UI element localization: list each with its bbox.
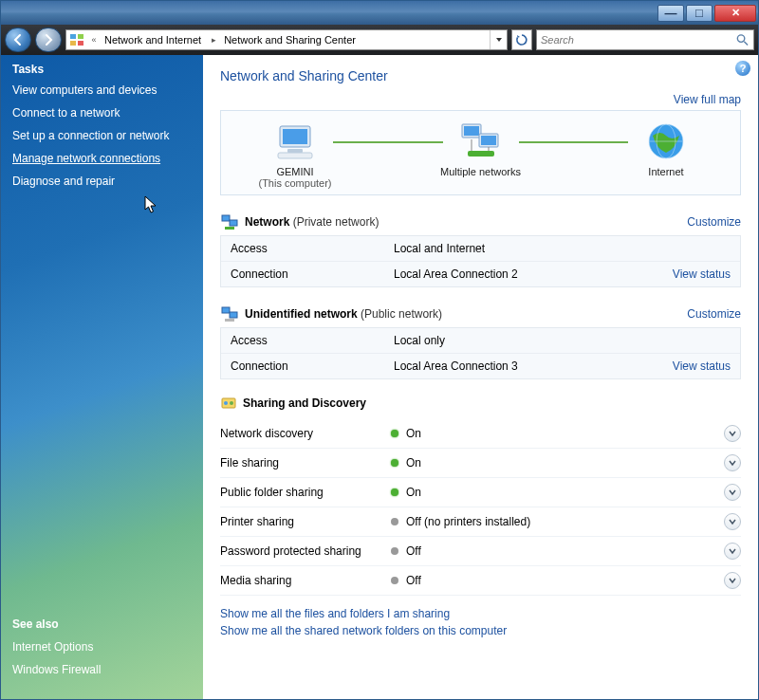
network-1-details: Access Local and Internet Connection Loc… — [220, 235, 741, 287]
breadcrumb-dropdown[interactable] — [490, 30, 507, 49]
svg-rect-11 — [464, 126, 479, 136]
breadcrumb-arrow-1[interactable]: ▸ — [207, 30, 220, 49]
main-panel: ? Network and Sharing Center View full m… — [203, 55, 758, 699]
chevron-down-icon — [729, 518, 736, 525]
back-button[interactable] — [5, 28, 31, 52]
svg-rect-7 — [283, 129, 307, 144]
sidebar-item-windows-firewall[interactable]: Windows Firewall — [12, 663, 192, 676]
sidebar-item-view-computers[interactable]: View computers and devices — [12, 83, 192, 97]
expand-button[interactable] — [724, 543, 741, 560]
expand-button[interactable] — [724, 484, 741, 501]
map-node-internet: Internet — [600, 120, 732, 189]
svg-point-28 — [224, 401, 228, 405]
show-my-shared-files-link[interactable]: Show me all the files and folders I am s… — [220, 607, 741, 620]
search-input[interactable] — [541, 34, 735, 46]
status-dot-icon — [391, 459, 398, 467]
svg-rect-9 — [278, 153, 312, 158]
forward-button[interactable] — [35, 28, 62, 52]
view-full-map-link[interactable]: View full map — [674, 93, 741, 106]
status-dot-icon — [391, 518, 398, 525]
map-link-2 — [519, 141, 629, 143]
sidebar-item-diagnose[interactable]: Diagnose and repair — [12, 175, 192, 188]
svg-rect-8 — [287, 149, 303, 153]
status-dot-icon — [391, 547, 398, 555]
sharing-icon — [220, 395, 237, 412]
svg-rect-3 — [78, 41, 83, 46]
expand-button[interactable] — [724, 513, 741, 530]
network-2-type: (Public network) — [358, 307, 442, 321]
chevron-down-icon — [729, 577, 736, 584]
chevron-down-icon — [729, 459, 736, 467]
sharing-row: Printer sharingOff (no printers installe… — [220, 507, 741, 537]
map-node-computer-label: GEMINI — [229, 166, 361, 177]
sharing-row-label: Printer sharing — [220, 515, 391, 528]
breadcrumb: « Network and Internet ▸ Network and Sha… — [65, 29, 508, 50]
sidebar: Tasks View computers and devices Connect… — [1, 55, 203, 699]
sharing-row-value: On — [406, 427, 724, 440]
sidebar-item-connect[interactable]: Connect to a network — [12, 106, 192, 120]
cursor-icon — [143, 195, 160, 216]
svg-rect-21 — [222, 215, 230, 221]
svg-rect-26 — [225, 319, 234, 322]
network-2-customize-link[interactable]: Customize — [687, 307, 741, 321]
search-icon — [735, 32, 750, 47]
breadcrumb-segment-1[interactable]: Network and Internet — [101, 30, 207, 49]
network-hub-icon — [458, 120, 504, 162]
network-map: GEMINI (This computer) Multiple networks — [220, 110, 741, 195]
status-dot-icon — [391, 430, 398, 437]
close-button[interactable]: ✕ — [714, 5, 756, 22]
network-1-connection-label: Connection — [231, 267, 394, 281]
expand-button[interactable] — [724, 572, 741, 589]
sharing-row-value: On — [406, 456, 724, 470]
svg-rect-0 — [70, 34, 76, 39]
sharing-row: Password protected sharingOff — [220, 537, 741, 566]
sharing-row-label: Public folder sharing — [220, 486, 391, 499]
svg-line-5 — [744, 42, 748, 46]
sharing-row-label: File sharing — [220, 456, 391, 470]
control-panel-icon — [66, 29, 87, 50]
expand-button[interactable] — [724, 425, 741, 442]
network-2-connection-label: Connection — [231, 359, 394, 373]
breadcrumb-segment-2[interactable]: Network and Sharing Center — [220, 30, 361, 49]
sharing-row: Network discoveryOn — [220, 419, 741, 449]
close-icon: ✕ — [731, 8, 740, 18]
svg-point-29 — [230, 401, 233, 405]
minimize-icon: — — [665, 7, 677, 19]
map-node-computer-sub: (This computer) — [229, 177, 361, 189]
network-2-access-value: Local only — [394, 334, 731, 347]
help-button[interactable]: ? — [735, 61, 750, 76]
network-1-view-status-link[interactable]: View status — [673, 267, 731, 281]
globe-icon — [643, 120, 689, 162]
network-2-view-status-link[interactable]: View status — [673, 359, 731, 373]
map-node-computer: GEMINI (This computer) — [229, 120, 361, 189]
maximize-icon: □ — [695, 7, 703, 19]
chevron-down-icon — [729, 547, 736, 555]
refresh-button[interactable] — [511, 29, 532, 50]
svg-rect-25 — [230, 312, 237, 318]
sidebar-item-internet-options[interactable]: Internet Options — [12, 640, 192, 654]
breadcrumb-root-arrow[interactable]: « — [87, 30, 101, 49]
network-1-type: (Private network) — [289, 215, 379, 229]
tasks-heading: Tasks — [12, 63, 192, 76]
show-shared-folders-link[interactable]: Show me all the shared network folders o… — [220, 624, 741, 637]
expand-button[interactable] — [724, 454, 741, 471]
sharing-row: File sharingOn — [220, 449, 741, 478]
sharing-title-text: Sharing and Discovery — [243, 396, 366, 410]
network-1-customize-link[interactable]: Customize — [687, 215, 741, 229]
sidebar-item-setup[interactable]: Set up a connection or network — [12, 129, 192, 142]
map-node-internet-label: Internet — [600, 166, 732, 177]
sidebar-item-manage-connections[interactable]: Manage network connections — [12, 152, 192, 165]
map-node-networks: Multiple networks — [415, 120, 547, 189]
search-box[interactable] — [536, 29, 754, 50]
maximize-button[interactable]: □ — [686, 5, 713, 22]
minimize-button[interactable]: — — [657, 5, 684, 22]
network-1-access-value: Local and Internet — [394, 242, 731, 255]
back-arrow-icon — [11, 33, 25, 46]
svg-rect-23 — [225, 227, 234, 230]
map-node-networks-label: Multiple networks — [415, 166, 547, 177]
network-icon — [220, 212, 239, 231]
bottom-links: Show me all the files and folders I am s… — [220, 607, 741, 637]
svg-rect-1 — [78, 34, 83, 39]
sharing-section-title: Sharing and Discovery — [220, 395, 741, 412]
content: Tasks View computers and devices Connect… — [1, 55, 758, 699]
